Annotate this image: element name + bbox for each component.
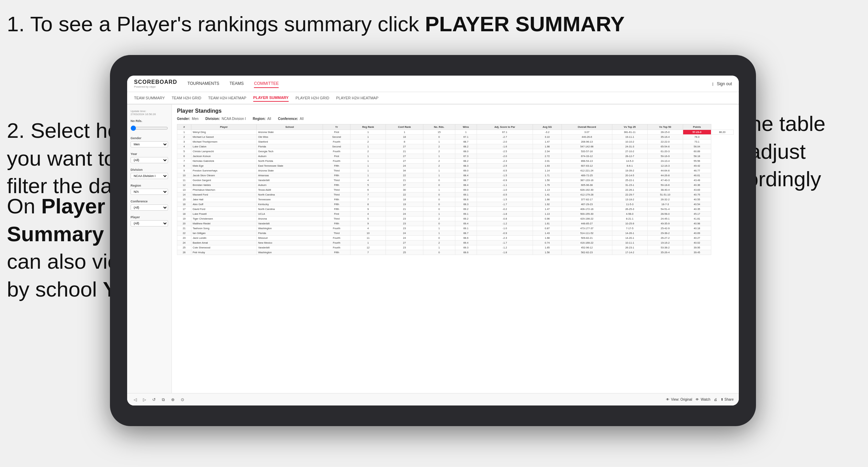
col-no-rds: No. Rds.: [423, 124, 455, 130]
nav-link-committee[interactable]: COMMITTEE: [254, 80, 279, 88]
table-row: 19Tiger ChristensenArizonaThird523269.2-…: [177, 216, 734, 221]
sub-nav-player-h2h-grid[interactable]: PLAYER H2H GRID: [296, 94, 329, 101]
toolbar-watch: 👁 Watch: [695, 398, 710, 401]
share-label[interactable]: Share: [724, 398, 734, 401]
col-avg-sg: Avg SG: [533, 124, 561, 130]
filter-gender: Gender: Men: [177, 117, 199, 121]
table-row: 14Maxwell FordNorth CarolinaThird722069.…: [177, 192, 734, 197]
toolbar-view: 👁 View: Original: [666, 398, 692, 401]
region-select[interactable]: N/A All: [131, 189, 168, 195]
print-icon: 🖨: [714, 398, 717, 401]
table-row: 20Matthew RiedelVanderbiltFifth923069.4-…: [177, 221, 734, 226]
no-rds-slider[interactable]: [131, 125, 168, 131]
scoreboard-logo: SCOREBOARD Powered by clippi: [134, 79, 177, 88]
toolbar-paste[interactable]: ⊕: [170, 397, 176, 403]
sidebar-region: Region N/A All: [131, 184, 168, 195]
col-vs-top25: Vs Top 25: [612, 124, 647, 130]
table-body: 1Wenyi DingArizona StateFirst1115167.1-3…: [177, 130, 734, 255]
logo-sub-text: Powered by clippi: [134, 85, 177, 88]
nav-links: TOURNAMENTS TEAMS COMMITTEE: [188, 80, 713, 88]
sub-nav-player-h2h-heatmap[interactable]: PLAYER H2H HEATMAP: [336, 94, 378, 101]
table-row: 12Brendan ValdesAuburnFifth537068.4-1.11…: [177, 183, 734, 188]
table-row: 10Jacob Skov OlesenArkansasFifth122168.4…: [177, 173, 734, 178]
sidebar-player: Player (All): [131, 215, 168, 226]
table-row: 21Taehoon SongWashingtonFourth423169.1-1…: [177, 226, 734, 231]
table-area: Player Standings Gender: Men Division: N…: [172, 104, 739, 393]
table-row: 7Nicholas GabrelcikNorth FloridaFourth12…: [177, 159, 734, 164]
bottom-toolbar: ◁ ▷ ↺ ⧉ ⊕ ⊙ 👁 View: Original 👁 Watch 🖨 ⬆…: [127, 393, 739, 405]
toolbar-settings[interactable]: ⊙: [179, 397, 186, 403]
sub-nav-player-summary[interactable]: PLAYER SUMMARY: [253, 94, 289, 102]
col-vs-top50: Vs Top 50: [647, 124, 683, 130]
table-row: 25Cole SherwoodVanderbiltFourth1223169.3…: [177, 245, 734, 250]
watch-label[interactable]: Watch: [701, 398, 710, 401]
sub-nav-team-h2h-heatmap[interactable]: TEAM H2H HEATMAP: [208, 94, 246, 101]
toolbar-forward[interactable]: ▷: [142, 397, 147, 403]
table-row: 2Michael Le SassotOle MissSecond118067.1…: [177, 135, 734, 140]
table-row: 9Preston SummerhaysArizona StateThird134…: [177, 168, 734, 173]
sub-nav-team-h2h-grid[interactable]: TEAM H2H GRID: [172, 94, 201, 101]
logo-main-text: SCOREBOARD: [134, 79, 177, 85]
nav-link-teams[interactable]: TEAMS: [230, 80, 244, 88]
sub-nav: TEAM SUMMARY TEAM H2H GRID TEAM H2H HEAT…: [127, 92, 739, 104]
sidebar: Update time: 27/03/2024 16:56:26 No Rds.…: [127, 104, 172, 393]
view-icon: 👁: [666, 398, 669, 401]
table-row: 15Jake HallTennesseeFifth718068.6-1.51.6…: [177, 197, 734, 202]
sidebar-no-rds: No Rds.: [131, 119, 168, 132]
table-row: 23Jack LundinMissouriFourth1124068.6-2.3…: [177, 236, 734, 241]
sidebar-gender: Gender Men Women: [131, 136, 168, 147]
col-wins: Wins: [455, 124, 477, 130]
table-row: 24Bastien AmatNew MexicoFourth127269.4-1…: [177, 241, 734, 245]
col-player: Player: [191, 124, 257, 130]
sub-nav-team-summary[interactable]: TEAM SUMMARY: [134, 94, 165, 101]
table-row: 22Ian GilliganFloridaThird1024168.7-0.91…: [177, 231, 734, 236]
nav-right: | Sign out: [712, 80, 732, 88]
col-overall-record: Overall Record: [562, 124, 612, 130]
filter-region: Region: All: [253, 117, 271, 121]
sign-out-button[interactable]: Sign out: [717, 80, 732, 88]
division-select[interactable]: NCAA Division I: [131, 173, 168, 179]
col-points: Points: [683, 124, 711, 130]
col-year: Yr: [323, 124, 350, 130]
filter-row: Gender: Men Division: NCAA Division I Re…: [177, 117, 734, 121]
player-standings-title: Player Standings: [177, 108, 734, 114]
table-row: 5Christo LamprechtGeorgia TechFourth2212…: [177, 149, 734, 154]
nav-link-tournaments[interactable]: TOURNAMENTS: [188, 80, 219, 88]
tablet-device: SCOREBOARD Powered by clippi TOURNAMENTS…: [110, 55, 756, 426]
table-row: 17David FordNorth CarolinaFifth921069.2-…: [177, 207, 734, 212]
table-row: 6Jackson KoivunAuburnFirst127167.3-2.02.…: [177, 154, 734, 159]
table-row: 3Michael ThorbjornsenStanfordFourth28168…: [177, 140, 734, 144]
toolbar-print: 🖨: [714, 398, 717, 401]
nav-bar: SCOREBOARD Powered by clippi TOURNAMENTS…: [127, 76, 739, 92]
table-row: 1Wenyi DingArizona StateFirst1115167.1-3…: [177, 130, 734, 135]
table-row: 8Mats EgeEast Tennessee StateFifth124268…: [177, 164, 734, 168]
conference-select[interactable]: (All): [131, 204, 168, 211]
filter-division: Division: NCAA Division I: [205, 117, 246, 121]
table-row: 4Luke ClatonFloridaSecond127268.2-1.61.9…: [177, 144, 734, 149]
col-rank: #: [177, 124, 191, 130]
table-row: 13Phichakun MaichonTexas A&MThird630169.…: [177, 188, 734, 192]
sidebar-year: Year (All) First Second Third Fourth Fif…: [131, 152, 168, 163]
sidebar-conference: Conference (All): [131, 200, 168, 211]
col-school: School: [257, 124, 323, 130]
col-reg-rank: Reg Rank: [350, 124, 386, 130]
year-select[interactable]: (All) First Second Third Fourth Fifth: [131, 157, 168, 163]
tablet-screen: SCOREBOARD Powered by clippi TOURNAMENTS…: [127, 76, 739, 405]
view-label[interactable]: View: Original: [671, 398, 692, 401]
table-row: 16Alex GoffKentuckyFifth819068.3-1.71.92…: [177, 202, 734, 207]
table-row: 18Luke PowellUCLAFirst424169.1-1.81.1350…: [177, 212, 734, 216]
col-adj-score: Adj. Score to Par: [477, 124, 533, 130]
update-time: Update time: 27/03/2024 16:56:26: [131, 110, 168, 116]
toolbar-back[interactable]: ◁: [132, 397, 138, 403]
nav-separator: |: [712, 82, 713, 86]
toolbar-copy[interactable]: ⧉: [160, 397, 166, 403]
table-header-row: # Player School Yr Reg Rank Conf Rank No…: [177, 124, 734, 130]
player-select[interactable]: (All): [131, 220, 168, 226]
filter-conference: Conference: All: [278, 117, 303, 121]
gender-select[interactable]: Men Women: [131, 141, 168, 147]
instruction-step1: 1. To see a Player's rankings summary cl…: [7, 10, 625, 38]
col-conf-rank: Conf Rank: [386, 124, 423, 130]
player-standings-table: # Player School Yr Reg Rank Conf Rank No…: [177, 124, 734, 255]
toolbar-refresh[interactable]: ↺: [151, 397, 157, 403]
toolbar-share: ⬆ Share: [721, 398, 734, 401]
